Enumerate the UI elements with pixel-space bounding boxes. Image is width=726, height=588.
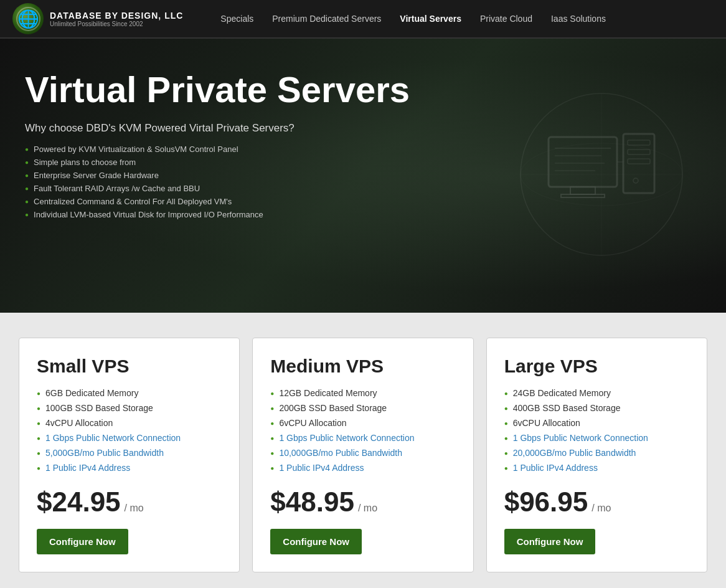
plan-feature-small-3: 4vCPU Allocation: [37, 418, 222, 428]
hero-feature-3: Enterprise Server Grade Hardware: [25, 171, 461, 180]
plan-feature-medium-4: 1 Gbps Public Network Connection: [270, 433, 455, 443]
svg-point-12: [633, 178, 638, 183]
plan-feature-small-2: 100GB SSD Based Storage: [37, 403, 222, 413]
brand-text: DATABASE BY DESIGN, LLC Unlimited Possib…: [50, 11, 183, 27]
hero-graphic: [514, 87, 689, 264]
plan-feature-medium-1: 12GB Dedicated Memory: [270, 388, 455, 398]
svg-rect-1: [549, 137, 617, 187]
plan-feature-large-2: 400GB SSD Based Storage: [504, 403, 689, 413]
plan-feature-large-1: 24GB Dedicated Memory: [504, 388, 689, 398]
plan-feature-small-5: 5,000GB/mo Public Bandwidth: [37, 448, 222, 458]
plan-title-medium: Medium VPS: [270, 356, 455, 377]
plan-price-small: $24.95: [37, 486, 121, 518]
nav-item-virtual[interactable]: Virtual Servers: [400, 13, 461, 24]
plan-title-small: Small VPS: [37, 356, 222, 377]
plan-feature-medium-6: 1 Public IPv4 Address: [270, 463, 455, 473]
nav-links: Specials Premium Dedicated Servers Virtu…: [220, 13, 606, 24]
logo: 🌐: [12, 3, 44, 34]
plan-features-large: 24GB Dedicated Memory 400GB SSD Based St…: [504, 388, 689, 473]
plan-title-large: Large VPS: [504, 356, 689, 377]
svg-rect-3: [561, 194, 605, 197]
plan-card-small: Small VPS 6GB Dedicated Memory 100GB SSD…: [19, 338, 240, 572]
plan-features-medium: 12GB Dedicated Memory 200GB SSD Based St…: [270, 388, 455, 473]
brand-name: DATABASE BY DESIGN, LLC: [50, 11, 183, 21]
brand: 🌐 DATABASE BY DESIGN, LLC Unlimited Poss…: [12, 3, 183, 34]
hero-feature-6: Individual LVM-based Virtual Disk for Im…: [25, 210, 461, 219]
nav-link-virtual[interactable]: Virtual Servers: [400, 14, 461, 24]
plan-card-medium: Medium VPS 12GB Dedicated Memory 200GB S…: [252, 338, 473, 572]
logo-icon: 🌐: [17, 9, 39, 29]
plan-feature-small-1: 6GB Dedicated Memory: [37, 388, 222, 398]
hero-feature-4: Fault Tolerant RAID Arrays /w Cache and …: [25, 184, 461, 193]
brand-tagline: Unlimited Possibilities Since 2002: [50, 21, 183, 27]
nav-item-cloud[interactable]: Private Cloud: [480, 13, 532, 24]
hero-feature-1: Powered by KVM Virtualization & SolusVM …: [25, 145, 461, 154]
hero-content: Virtual Private Servers Why choose DBD's…: [25, 70, 461, 219]
plan-feature-small-6: 1 Public IPv4 Address: [37, 463, 222, 473]
plan-card-large: Large VPS 24GB Dedicated Memory 400GB SS…: [486, 338, 707, 572]
plan-feature-small-4: 1 Gbps Public Network Connection: [37, 433, 222, 443]
nav-link-specials[interactable]: Specials: [220, 14, 253, 24]
svg-rect-2: [570, 187, 595, 194]
hero-title: Virtual Private Servers: [25, 70, 461, 110]
plan-feature-large-3: 6vCPU Allocation: [504, 418, 689, 428]
plan-feature-medium-3: 6vCPU Allocation: [270, 418, 455, 428]
hero-section: Virtual Private Servers Why choose DBD's…: [0, 39, 726, 313]
nav-link-premium[interactable]: Premium Dedicated Servers: [272, 14, 381, 24]
nav-item-specials[interactable]: Specials: [220, 13, 253, 24]
navbar: 🌐 DATABASE BY DESIGN, LLC Unlimited Poss…: [0, 0, 726, 39]
plan-feature-medium-5: 10,000GB/mo Public Bandwidth: [270, 448, 455, 458]
hero-feature-5: Centralized Command & Control For All De…: [25, 197, 461, 206]
plan-feature-medium-2: 200GB SSD Based Storage: [270, 403, 455, 413]
pricing-section: Small VPS 6GB Dedicated Memory 100GB SSD…: [0, 313, 726, 588]
plan-price-row-medium: $48.95 / mo: [270, 486, 455, 518]
svg-rect-9: [628, 140, 650, 145]
configure-button-small[interactable]: Configure Now: [37, 529, 128, 554]
hero-subtitle: Why choose DBD's KVM Powered Virtal Priv…: [25, 122, 461, 135]
hero-features-list: Powered by KVM Virtualization & SolusVM …: [25, 145, 461, 219]
hero-svg: [514, 87, 689, 262]
plan-price-large: $96.95: [504, 486, 588, 518]
plan-period-medium: / mo: [358, 503, 377, 514]
plan-features-small: 6GB Dedicated Memory 100GB SSD Based Sto…: [37, 388, 222, 473]
hero-feature-2: Simple plans to choose from: [25, 158, 461, 167]
plan-price-row-small: $24.95 / mo: [37, 486, 222, 518]
svg-rect-10: [628, 149, 650, 154]
plan-price-medium: $48.95: [270, 486, 354, 518]
plan-feature-large-5: 20,000GB/mo Public Bandwidth: [504, 448, 689, 458]
nav-link-iaas[interactable]: Iaas Solutions: [551, 14, 606, 24]
configure-button-medium[interactable]: Configure Now: [270, 529, 362, 554]
nav-item-premium[interactable]: Premium Dedicated Servers: [272, 13, 381, 24]
nav-link-cloud[interactable]: Private Cloud: [480, 14, 532, 24]
plan-feature-large-6: 1 Public IPv4 Address: [504, 463, 689, 473]
plan-period-large: / mo: [592, 503, 611, 514]
configure-button-large[interactable]: Configure Now: [504, 529, 596, 554]
svg-rect-11: [628, 159, 650, 164]
plan-price-row-large: $96.95 / mo: [504, 486, 689, 518]
nav-item-iaas[interactable]: Iaas Solutions: [551, 13, 606, 24]
plan-feature-large-4: 1 Gbps Public Network Connection: [504, 433, 689, 443]
plan-period-small: / mo: [125, 503, 144, 514]
